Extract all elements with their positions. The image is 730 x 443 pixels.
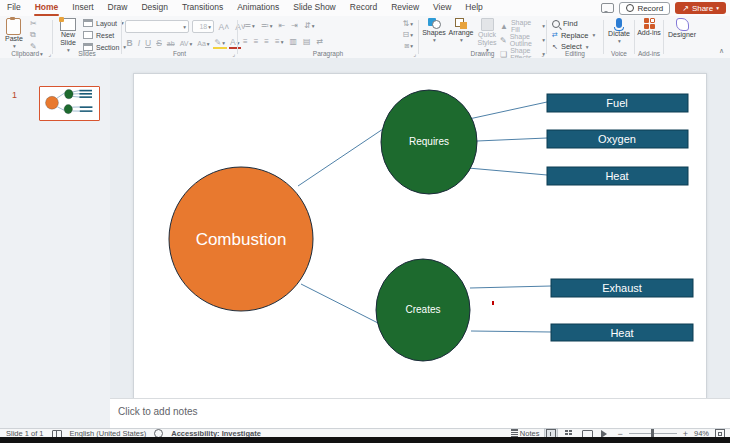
designer-button[interactable]: Designer <box>667 18 697 39</box>
paste-button[interactable]: Paste <box>5 18 23 49</box>
powerpoint-window: File Home Insert Draw Design Transitions… <box>0 0 730 443</box>
paste-icon <box>6 18 21 35</box>
fuel-shape[interactable]: Fuel <box>547 94 688 112</box>
text-shadow-button[interactable]: ab <box>165 40 176 47</box>
group-paragraph: ≔ ≕ ⇤ ⇥ ⇵ ≡ ≡ ≡ ≡ ▥ ▤ ⇄ ⇅ ⊟ ⧈ Paragraph … <box>239 16 417 58</box>
font-size-combo[interactable]: 18 <box>192 20 214 33</box>
slide-canvas[interactable]: Combustion Requires Creates Fuel Oxygen <box>133 73 707 399</box>
addins-button[interactable]: Add-ins <box>637 18 661 37</box>
heat-creates-label: Heat <box>610 327 633 339</box>
designer-button-label: Designer <box>668 31 696 39</box>
columns-icon[interactable]: ▥ <box>289 37 297 46</box>
bold-button[interactable]: B <box>125 38 134 48</box>
increase-indent-icon[interactable]: ⇥ <box>291 21 298 30</box>
combustion-label: Combustion <box>196 230 287 249</box>
align-left-icon[interactable]: ≡ <box>243 37 248 46</box>
layout-button[interactable]: Layout <box>83 19 124 27</box>
find-button[interactable]: Find <box>552 19 578 28</box>
decrease-indent-icon[interactable]: ⇤ <box>279 21 286 30</box>
collapse-ribbon-icon[interactable]: ∧ <box>719 47 724 55</box>
highlight-color-button[interactable]: ✎ <box>213 38 226 49</box>
tab-draw[interactable]: Draw <box>101 0 135 16</box>
copy-icon[interactable]: ⧉ <box>30 30 37 40</box>
shape-outline-button[interactable]: ✎Shape Outline <box>500 33 545 47</box>
addins-icon <box>644 18 655 29</box>
requires-shape[interactable]: Requires <box>381 90 477 194</box>
tab-file[interactable]: File <box>0 0 28 16</box>
wrap-icon[interactable]: ⇄ <box>317 37 324 46</box>
slide-1-thumbnail[interactable] <box>39 86 100 121</box>
group-addins: Add-ins Add-ins <box>636 16 662 58</box>
shapes-label: Shapes <box>422 29 446 37</box>
layout-icon <box>83 19 93 27</box>
tab-help[interactable]: Help <box>458 0 489 16</box>
zoom-slider[interactable] <box>629 433 677 434</box>
group-clipboard: Paste ✂ ⧉ ✎ Clipboard ⌟ <box>2 16 52 58</box>
dictate-button[interactable]: Dictate <box>607 18 631 44</box>
justify-icon[interactable]: ≡ <box>275 37 283 46</box>
oxygen-label: Oxygen <box>598 133 636 145</box>
shape-fill-button[interactable]: ▲Shape Fill <box>500 19 545 33</box>
grow-font-icon[interactable]: A˄ <box>217 22 231 32</box>
share-button[interactable]: ↗ Share ▾ <box>675 2 726 14</box>
quick-styles-label: Quick Styles <box>476 31 498 47</box>
reset-button[interactable]: Reset <box>83 31 114 39</box>
tab-record[interactable]: Record <box>343 0 384 16</box>
new-slide-button[interactable]: New Slide <box>56 18 80 53</box>
text-highlight-icon[interactable]: ▤ <box>303 37 311 46</box>
new-slide-label: New Slide <box>56 31 80 47</box>
font-group-label: Font <box>123 50 236 57</box>
paragraph-group-label: Paragraph <box>239 50 417 57</box>
tab-home[interactable]: Home <box>28 0 66 16</box>
italic-button[interactable]: I <box>136 38 141 48</box>
align-right-icon[interactable]: ≡ <box>264 37 269 46</box>
combustion-shape[interactable]: Combustion <box>169 167 313 311</box>
cut-icon[interactable]: ✂ <box>30 19 37 28</box>
shape-fill-label: Shape Fill <box>511 19 538 33</box>
tab-view[interactable]: View <box>426 0 458 16</box>
comments-icon[interactable] <box>601 3 614 13</box>
clipboard-dialog-launcher[interactable]: ⌟ <box>48 50 51 57</box>
record-button[interactable]: Record <box>619 2 670 15</box>
tab-insert[interactable]: Insert <box>65 0 100 16</box>
bullets-icon[interactable]: ≔ <box>243 21 255 30</box>
drawing-dialog-launcher[interactable]: ⌟ <box>541 50 544 57</box>
addins-group-label: Add-ins <box>636 50 662 57</box>
oxygen-shape[interactable]: Oxygen <box>547 130 688 148</box>
font-dialog-launcher[interactable]: ⌟ <box>232 50 235 57</box>
group-voice: Dictate Voice <box>605 16 633 58</box>
tab-animations[interactable]: Animations <box>230 0 286 16</box>
font-name-combo[interactable] <box>125 20 189 33</box>
thumbnail-slide-number: 1 <box>12 90 17 100</box>
find-icon <box>552 20 560 28</box>
underline-button[interactable]: U <box>144 38 153 48</box>
notes-pane[interactable]: Click to add notes <box>110 398 730 428</box>
tab-slide-show[interactable]: Slide Show <box>286 0 343 16</box>
replace-button[interactable]: ⇄Replace <box>552 31 595 40</box>
strikethrough-button[interactable]: S <box>155 38 164 48</box>
fuel-label: Fuel <box>606 97 627 109</box>
tab-design[interactable]: Design <box>134 0 174 16</box>
tab-transitions[interactable]: Transitions <box>175 0 230 16</box>
change-case-button[interactable]: Aa <box>196 40 211 47</box>
creates-shape[interactable]: Creates <box>376 259 470 361</box>
numbering-icon[interactable]: ≕ <box>261 21 273 30</box>
arrange-button[interactable]: Arrange <box>448 18 474 43</box>
character-spacing-button[interactable]: AV <box>178 40 194 47</box>
quick-styles-button[interactable]: Quick Styles <box>476 18 498 53</box>
heat-requires-shape[interactable]: Heat <box>547 167 688 185</box>
record-dot-icon <box>626 4 634 12</box>
tab-review[interactable]: Review <box>384 0 426 16</box>
thumbnail-diagram <box>41 88 95 117</box>
line-spacing-icon[interactable]: ⇵ <box>304 21 314 30</box>
clipboard-group-label: Clipboard <box>2 50 52 57</box>
voice-group-label: Voice <box>605 50 633 57</box>
align-text-icon[interactable]: ⊟ <box>403 30 413 39</box>
exhaust-shape[interactable]: Exhaust <box>551 279 693 297</box>
shapes-button[interactable]: Shapes <box>422 18 446 43</box>
text-direction-icon[interactable]: ⇅ <box>403 19 413 28</box>
editing-group-label: Editing <box>548 50 602 57</box>
heat-creates-shape[interactable]: Heat <box>551 324 693 341</box>
paragraph-dialog-launcher[interactable]: ⌟ <box>413 50 416 57</box>
align-center-icon[interactable]: ≡ <box>254 37 259 46</box>
